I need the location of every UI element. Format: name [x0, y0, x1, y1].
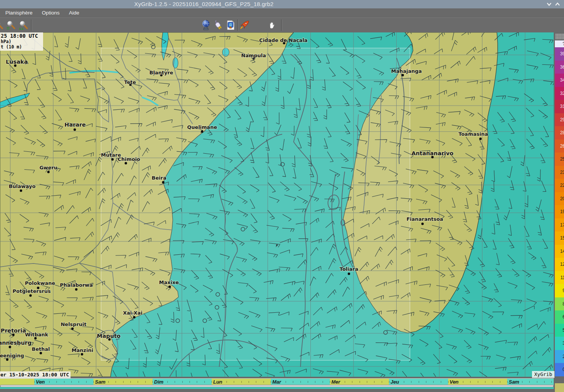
timeline-day-band[interactable]	[0, 379, 34, 385]
city-dot	[14, 64, 16, 67]
timeline-tick	[93, 381, 94, 383]
city-dot	[6, 358, 8, 361]
menu-aide[interactable]: Aide	[65, 8, 83, 17]
menu-planisphere[interactable]: Planisphère	[2, 8, 36, 17]
timeline-tick	[470, 381, 471, 383]
colorbar-band: 8	[555, 297, 564, 311]
timeline-tick	[448, 381, 448, 383]
current-date-label: er 15-10-2025 18:00 UTC	[0, 371, 71, 378]
colorbar-band: 11	[555, 271, 564, 284]
timeline-tick	[367, 381, 367, 383]
file-info-icon	[225, 20, 236, 31]
timeline-tick	[49, 381, 50, 383]
timeline-tick	[500, 381, 500, 383]
colorbar-band: 15	[555, 231, 564, 245]
timeline-tick	[389, 381, 389, 383]
timeline-tick	[212, 381, 212, 383]
city-dot	[29, 294, 32, 297]
city-label: annesburg	[0, 340, 32, 346]
menu-bar: Planisphère Options Aide	[0, 8, 564, 18]
window-shade-down-button[interactable]	[546, 2, 552, 7]
chevron-down-icon	[547, 3, 551, 5]
colorbar-band: 9	[555, 284, 564, 297]
timeline-tick	[241, 381, 242, 383]
colorbar-band: 0	[555, 363, 564, 376]
timeline-tick	[352, 381, 352, 383]
zoom-actual-button[interactable]: 1:1	[18, 19, 29, 31]
timeline-day-label: Jeu	[389, 379, 399, 385]
zoom-select-button[interactable]	[5, 19, 16, 31]
colorbar-band: 36	[555, 61, 564, 74]
city-label: Toliara	[340, 266, 358, 272]
zoom-actual-icon: 1:1	[18, 20, 29, 31]
timeline-tick	[56, 381, 57, 383]
color-scale-handle[interactable]	[555, 34, 564, 39]
window-shade-up-button[interactable]	[554, 2, 561, 7]
city-label: Mahajanga	[391, 68, 422, 74]
timeline-tick	[374, 381, 374, 383]
window-title: XyGrib-1.2.5 - 20251016_020944_GFS_P25_1…	[134, 1, 273, 7]
city-label: Beira	[152, 175, 166, 181]
city-label: Nelspruit	[61, 321, 87, 327]
title-bar[interactable]: XyGrib-1.2.5 - 20251016_020944_GFS_P25_1…	[0, 0, 564, 8]
timeline-tick	[145, 381, 146, 383]
city-dot	[479, 138, 482, 140]
timeline-tick	[264, 381, 264, 383]
colorbar-band: 28	[555, 126, 564, 140]
forecast-timeline[interactable]: VenSamDimLunMarMerJeuVenSam	[0, 378, 554, 385]
color-scale[interactable]: ?393634323129282625232220191715141211986…	[554, 32, 564, 392]
city-dot	[9, 346, 11, 348]
city-dot	[40, 352, 42, 354]
colorbar-band: 31	[555, 100, 564, 113]
city-dot	[162, 181, 164, 183]
colorbar-band: 5	[555, 324, 564, 337]
timeline-tick	[419, 381, 419, 383]
city-dot	[12, 334, 14, 336]
timeline-tick	[537, 381, 537, 383]
timeline-tick	[175, 381, 175, 383]
color-scale-footer	[555, 383, 564, 392]
download-grib-button[interactable]	[212, 19, 224, 31]
timeline-tick	[227, 381, 227, 383]
timeline-day-label: Sam	[507, 379, 519, 385]
estimate-time-button[interactable]	[239, 19, 251, 31]
city-label: Bethal	[32, 346, 50, 352]
timeline-tick	[396, 381, 397, 383]
city-dot	[75, 288, 77, 291]
timeline-tick	[300, 381, 301, 383]
colorbar-band: 39	[555, 47, 564, 61]
menu-options[interactable]: Options	[38, 8, 64, 17]
timeline-tick	[455, 381, 456, 383]
timeline-day-label: Dim	[153, 379, 164, 385]
globe-view-button[interactable]	[200, 19, 212, 31]
timeline-tick	[308, 381, 308, 383]
city-dot	[74, 129, 76, 131]
timeline-tick	[234, 381, 234, 383]
timeline-tick	[529, 381, 530, 383]
city-label: Witbank	[25, 332, 48, 337]
zoom-in-button[interactable]	[0, 19, 5, 31]
colorbar-band: 25	[555, 153, 564, 166]
city-dot	[169, 286, 171, 288]
timeline-tick	[345, 381, 345, 383]
timeline-tick	[123, 381, 124, 383]
timeline-tick	[256, 381, 256, 383]
timeline-day-label: Mer	[330, 379, 340, 385]
timeline-tick	[64, 381, 64, 383]
timeline-tick	[514, 381, 515, 383]
timeline-tick	[116, 381, 116, 383]
city-dot	[111, 158, 114, 161]
city-label: Potgietersrus	[13, 288, 51, 294]
city-label: Cidade de Nacala	[259, 37, 308, 43]
city-dot	[421, 223, 424, 225]
file-info-button[interactable]	[225, 19, 236, 31]
colorbar-band: 34	[555, 74, 564, 87]
map-canvas[interactable]: LusakaCidade de NacalaNampulaBlantyreTet…	[0, 32, 554, 377]
timeline-tick	[197, 381, 197, 383]
zoom-select-icon	[5, 20, 16, 31]
svg-text:1:1: 1:1	[19, 27, 24, 31]
timeline-tick	[551, 381, 552, 383]
city-label: Maxixe	[159, 280, 179, 285]
city-dot	[20, 190, 22, 192]
pan-hand-button[interactable]	[266, 19, 278, 31]
